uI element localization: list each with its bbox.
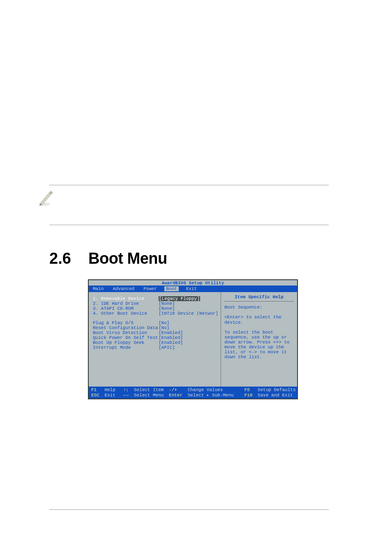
setting-label: 3. ATAPI CD-ROM: [93, 306, 159, 311]
setting-value: [INT18 Device (Networ]: [159, 311, 218, 316]
section-heading: 2.6 Boot Menu: [49, 250, 329, 267]
setting-label: Reset Configuration Data: [93, 325, 159, 330]
help-line: down the list.: [224, 355, 294, 359]
legend-key: -/+: [169, 387, 185, 393]
setting-label: 1. Removable Device: [93, 296, 159, 301]
setting-row[interactable]: 1. Removable Device[Legacy Floppy]: [93, 296, 218, 301]
setting-row[interactable]: 4. Other Boot Device[INT18 Device (Netwo…: [93, 311, 218, 316]
legend-row: ESC Exit ←→ Select Menu Enter Select ▸ S…: [91, 393, 295, 398]
note-block: [49, 185, 329, 225]
help-line: [224, 310, 294, 315]
setting-value: [Enabled]: [159, 340, 218, 345]
help-line: move the device up the: [224, 345, 294, 350]
setting-label: Interrupt Mode: [93, 345, 159, 350]
tab-advanced[interactable]: Advanced: [111, 286, 136, 291]
setting-row[interactable]: Plug & Play O/S[No]: [93, 320, 218, 325]
page-content: 2.6 Boot Menu AwardBIOS Setup Utility Ma…: [49, 185, 329, 399]
setting-row[interactable]: Boot Up Floppy Seek[Enabled]: [93, 340, 218, 345]
setting-value: [No]: [159, 320, 218, 325]
legend-row: F1 Help ↑↓ Select Item -/+ Change Values…: [91, 387, 295, 393]
help-text: Boot Sequence: <Enter> to select thedevi…: [224, 305, 294, 359]
help-line: device.: [224, 320, 294, 325]
bios-help-pane: Item Specific Help Boot Sequence: <Enter…: [221, 292, 297, 387]
setting-row[interactable]: Interrupt Mode[APIC]: [93, 345, 218, 350]
legend-action: Select Menu: [134, 393, 166, 398]
bios-screenshot: AwardBIOS Setup Utility Main Advanced Po…: [88, 280, 297, 399]
bios-title: AwardBIOS Setup Utility: [89, 280, 297, 286]
setting-row[interactable]: Reset Configuration Data[No]: [93, 325, 218, 330]
legend-arrow: ↑↓: [123, 387, 131, 393]
tab-exit[interactable]: Exit: [184, 286, 198, 291]
legend-action: Setup Defaults: [258, 387, 295, 393]
setting-row[interactable]: 3. ATAPI CD-ROM[None]: [93, 306, 218, 311]
help-line: list, or <-> to move it: [224, 350, 294, 355]
legend-key: F1: [91, 387, 102, 393]
setting-value: [APIC]: [159, 345, 218, 350]
legend-key: Enter: [169, 393, 185, 398]
setting-label: Plug & Play O/S: [93, 320, 159, 325]
legend-arrow: ←→: [123, 393, 131, 398]
legend-key: F5: [244, 387, 255, 393]
legend-key: F10: [244, 393, 255, 398]
help-line: To select the boot: [224, 330, 294, 335]
heading-title: Boot Menu: [88, 250, 167, 267]
legend-action: Help: [104, 387, 121, 393]
help-line: [224, 325, 294, 330]
setting-label: 4. Other Boot Device: [93, 311, 159, 316]
legend-action: Save and Exit: [258, 393, 293, 398]
help-line: down arrow. Press <+> to: [224, 340, 294, 345]
page-footer-rule: [49, 509, 329, 510]
bios-key-legend: F1 Help ↑↓ Select Item -/+ Change Values…: [89, 387, 297, 398]
legend-action: Select ▸ Sub-Menu: [188, 393, 242, 398]
setting-value: [None]: [159, 306, 218, 311]
setting-row[interactable]: Boot Virus Detection[Enabled]: [93, 330, 218, 335]
bios-menubar: Main Advanced Power Boot Exit: [89, 286, 297, 292]
setting-row[interactable]: Quick Power On Self Test[Enabled]: [93, 335, 218, 340]
help-line: Boot Sequence:: [224, 305, 294, 310]
legend-action: Select Item: [134, 387, 166, 393]
setting-value: [Enabled]: [159, 330, 218, 335]
pen-icon: [37, 189, 56, 209]
legend-action: Change Values: [188, 387, 242, 393]
setting-value: [None]: [159, 301, 218, 306]
bios-settings-pane: 1. Removable Device[Legacy Floppy]2. IDE…: [89, 292, 221, 387]
setting-label: Quick Power On Self Test: [93, 335, 159, 340]
legend-action: Exit: [104, 393, 121, 398]
setting-value: [Legacy Floppy]: [159, 296, 218, 301]
help-title: Item Specific Help: [224, 295, 294, 302]
setting-label: 2. IDE Hard Drive: [93, 301, 159, 306]
legend-key: ESC: [91, 393, 102, 398]
setting-row[interactable]: 2. IDE Hard Drive[None]: [93, 301, 218, 306]
tab-boot[interactable]: Boot: [164, 286, 178, 291]
heading-number: 2.6: [49, 250, 88, 267]
help-line: sequence, use the up or: [224, 335, 294, 340]
help-line: <Enter> to select the: [224, 315, 294, 320]
setting-value: [No]: [159, 325, 218, 330]
setting-label: Boot Virus Detection: [93, 330, 159, 335]
setting-label: Boot Up Floppy Seek: [93, 340, 159, 345]
tab-main[interactable]: Main: [91, 286, 105, 291]
setting-value: [Enabled]: [159, 335, 218, 340]
tab-power[interactable]: Power: [142, 286, 159, 291]
bios-body: 1. Removable Device[Legacy Floppy]2. IDE…: [89, 292, 297, 387]
